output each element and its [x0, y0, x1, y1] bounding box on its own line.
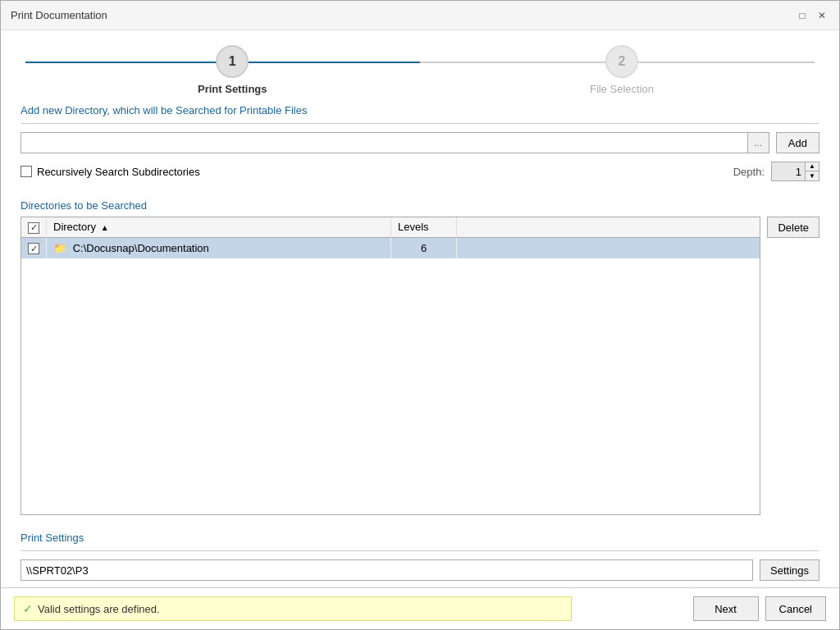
row-path: C:\Docusnap\Documentation [73, 242, 209, 254]
row-checkbox[interactable]: ✓ [28, 243, 39, 254]
depth-up-button[interactable]: ▲ [806, 162, 819, 171]
folder-icon: 📁 [53, 242, 66, 254]
directory-text-input[interactable] [21, 133, 747, 153]
depth-input-wrapper: ▲ ▼ [771, 162, 819, 181]
status-text: Valid settings are defined. [38, 603, 160, 615]
row-path-cell: 📁 C:\Docusnap\Documentation [47, 237, 391, 258]
sort-arrow-icon: ▲ [101, 223, 109, 232]
recursive-label: Recursively Search Subdirectories [37, 166, 200, 178]
bottom-bar: ✓ Valid settings are defined. Next Cance… [1, 587, 839, 629]
main-window: Print Documentation □ ✕ 1 Print Settings [0, 0, 840, 630]
wizard-steps: 1 Print Settings 2 File Selection [1, 30, 839, 104]
th-extra [457, 217, 760, 237]
row-levels: 6 [421, 242, 427, 254]
print-settings-section: Print Settings Settings [21, 532, 819, 581]
divider1 [21, 123, 819, 124]
minimize-button[interactable]: □ [795, 8, 810, 23]
directories-table-container: ✓ Directory ▲ Levels [21, 217, 760, 515]
printer-input[interactable] [21, 559, 753, 581]
step1-label: Print Settings [198, 83, 267, 95]
close-button[interactable]: ✕ [815, 8, 829, 23]
add-button[interactable]: Add [776, 132, 819, 153]
window-title: Print Documentation [11, 9, 107, 21]
cancel-button[interactable]: Cancel [765, 596, 826, 621]
print-settings-label: Print Settings [21, 532, 819, 544]
depth-input[interactable] [772, 162, 805, 180]
step2-label: File Selection [590, 83, 654, 95]
bottom-buttons: Next Cancel [693, 596, 826, 621]
directory-input-row: ... Add [21, 132, 819, 153]
depth-spinner: ▲ ▼ [805, 162, 819, 180]
check-icon: ✓ [23, 602, 33, 615]
table-row[interactable]: ✓ 📁 C:\Docusnap\Documentation 6 [21, 237, 760, 258]
next-button[interactable]: Next [693, 596, 759, 621]
row-checkbox-cell: ✓ [21, 237, 47, 258]
table-body: ✓ 📁 C:\Docusnap\Documentation 6 [21, 237, 760, 258]
step2-container: 2 File Selection [590, 45, 654, 95]
checkbox-row: Recursively Search Subdirectories Depth:… [21, 162, 819, 181]
print-settings-row: Settings [21, 559, 819, 581]
divider2 [21, 550, 819, 551]
status-box: ✓ Valid settings are defined. [14, 596, 572, 621]
settings-button[interactable]: Settings [760, 559, 819, 581]
table-row-section: ✓ Directory ▲ Levels [21, 217, 819, 515]
browse-button[interactable]: ... [747, 133, 769, 153]
title-bar-controls: □ ✕ [795, 8, 829, 23]
main-content: Add new Directory, which will be Searche… [1, 104, 839, 587]
directories-table: ✓ Directory ▲ Levels [21, 217, 760, 258]
delete-button[interactable]: Delete [767, 217, 819, 238]
directories-section-label: Directories to be Searched [21, 199, 819, 212]
header-checkbox[interactable]: ✓ [28, 222, 39, 234]
th-directory[interactable]: Directory ▲ [47, 217, 391, 237]
step2-circle: 2 [605, 45, 638, 78]
table-header: ✓ Directory ▲ Levels [21, 217, 760, 237]
delete-btn-wrapper: Delete [760, 217, 819, 515]
content-area: 1 Print Settings 2 File Selection Add ne… [1, 30, 839, 629]
row-extra-cell [457, 237, 760, 258]
step1-container: 1 Print Settings [198, 45, 267, 95]
depth-label: Depth: [733, 166, 765, 178]
title-bar: Print Documentation □ ✕ [1, 1, 839, 30]
directory-input-wrapper: ... [21, 132, 769, 153]
th-checkbox: ✓ [21, 217, 47, 237]
depth-down-button[interactable]: ▼ [806, 171, 819, 180]
directories-table-section: Directories to be Searched ✓ Director [21, 199, 819, 525]
recursive-checkbox[interactable] [21, 166, 32, 177]
step1-circle: 1 [216, 45, 249, 78]
add-directory-section: Add new Directory, which will be Searche… [21, 104, 819, 194]
depth-section: Depth: ▲ ▼ [733, 162, 819, 181]
th-levels[interactable]: Levels [391, 217, 457, 237]
add-directory-label: Add new Directory, which will be Searche… [21, 104, 819, 116]
row-levels-cell: 6 [391, 237, 457, 258]
